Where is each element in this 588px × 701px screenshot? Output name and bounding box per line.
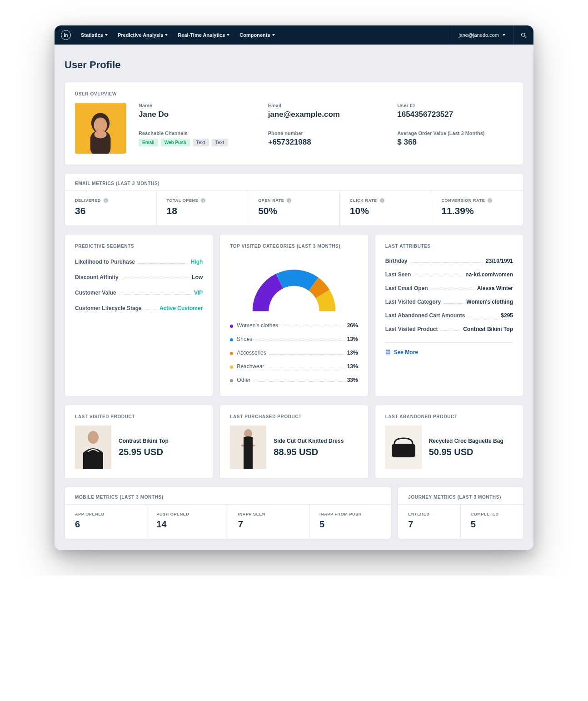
metric-cell: CLICK RATEi 10% bbox=[340, 191, 432, 225]
nav-user-email: jane@janedo.com bbox=[458, 32, 499, 38]
product-price: 88.95 USD bbox=[274, 447, 344, 457]
section-title: PREDICTIVE SEGMENTS bbox=[75, 244, 203, 249]
metric-value: 50% bbox=[258, 205, 329, 216]
product-image bbox=[230, 426, 266, 469]
last-visited-product-card: LAST VISITED PRODUCT Contrast Bikini Top… bbox=[65, 405, 213, 479]
product-name: Side Cut Out Knitted Dress bbox=[274, 438, 344, 444]
attributes-card: LAST ATTRIBUTES Birthday23/10/1991 Last … bbox=[375, 234, 523, 396]
metric-cell: OPEN RATEi 50% bbox=[248, 191, 340, 225]
app-window: In Statistics Predictive Analysis Real-T… bbox=[55, 25, 533, 550]
name-label: Name bbox=[139, 103, 254, 108]
name-value: Jane Do bbox=[139, 110, 254, 119]
categories-card: TOP VISITED CATEGORIES (LAST 3 MONTHS) bbox=[219, 234, 368, 396]
nav-realtime[interactable]: Real-Time Analytics bbox=[178, 32, 229, 38]
avatar-image bbox=[75, 103, 126, 154]
legend-row: Shoes13% bbox=[230, 332, 358, 346]
metric-value: 18 bbox=[167, 205, 238, 216]
channels-list: Email Web Push Text Text bbox=[139, 139, 254, 146]
page-title: User Profile bbox=[65, 59, 523, 71]
top-nav: In Statistics Predictive Analysis Real-T… bbox=[55, 25, 533, 45]
product-name: Contrast Bikini Top bbox=[119, 438, 169, 444]
nav-predictive[interactable]: Predictive Analysis bbox=[118, 32, 168, 38]
list-icon: ☲ bbox=[385, 349, 390, 356]
nav-components[interactable]: Components bbox=[239, 32, 274, 38]
section-title: LAST VISITED PRODUCT bbox=[75, 414, 203, 419]
section-title: JOURNEY METRICS (LAST 3 MONTHS) bbox=[408, 495, 513, 500]
email-value: jane@example.com bbox=[268, 110, 384, 119]
channels-label: Reachable Channels bbox=[139, 130, 254, 136]
section-title: EMAIL METRICS (LAST 3 MONTHS) bbox=[75, 181, 513, 186]
logo-icon: In bbox=[61, 30, 71, 40]
legend-row: Other33% bbox=[230, 373, 358, 387]
info-icon[interactable]: i bbox=[201, 198, 205, 203]
email-metrics-row: DELIVEREDi 36 TOTAL OPENSi 18 OPEN RATEi… bbox=[65, 190, 523, 225]
section-title: LAST PURCHASED PRODUCT bbox=[230, 414, 358, 419]
email-label: Email bbox=[268, 103, 384, 108]
section-title: LAST ATTRIBUTES bbox=[385, 244, 513, 249]
avatar bbox=[75, 103, 126, 154]
swatch-icon bbox=[230, 338, 233, 341]
metric-value: 10% bbox=[350, 205, 421, 216]
product-price: 25.95 USD bbox=[119, 447, 169, 457]
metric-cell: ENTERED7 bbox=[398, 505, 460, 539]
info-icon[interactable]: i bbox=[287, 198, 291, 203]
attribute-row: Birthday23/10/1991 bbox=[385, 254, 513, 268]
product-image bbox=[385, 426, 422, 469]
svg-point-8 bbox=[88, 431, 99, 444]
legend-row: Women's clothes26% bbox=[230, 319, 358, 332]
section-title: LAST ABANDONED PRODUCT bbox=[385, 414, 513, 419]
segment-row: Likelihood to PurchaseHigh bbox=[75, 254, 203, 270]
nav-statistics[interactable]: Statistics bbox=[81, 32, 108, 38]
segment-row: Discount AffinityLow bbox=[75, 270, 203, 285]
channel-chip: Text bbox=[212, 139, 228, 146]
info-icon[interactable]: i bbox=[488, 198, 492, 203]
see-more-button[interactable]: ☲ See More bbox=[385, 342, 513, 356]
swatch-icon bbox=[230, 352, 233, 355]
mobile-metrics-card: MOBILE METRICS (LAST 3 MONTHS) APP OPENE… bbox=[65, 487, 391, 539]
section-title: TOP VISITED CATEGORIES (LAST 3 MONTHS) bbox=[230, 244, 358, 249]
attribute-row: Last Visited CategoryWomen's clothing bbox=[385, 295, 513, 309]
userid-value: 1654356723527 bbox=[397, 110, 513, 119]
attribute-row: Last Seenna-kd.com/women bbox=[385, 268, 513, 281]
metric-cell: PUSH OPENED14 bbox=[146, 505, 228, 539]
metric-cell: DELIVEREDi 36 bbox=[65, 191, 157, 225]
userid-label: User ID bbox=[397, 103, 513, 108]
phone-label: Phone number bbox=[268, 130, 384, 136]
channel-chip: Web Push bbox=[161, 139, 190, 146]
channel-chip: Email bbox=[139, 139, 158, 146]
aov-value: $ 368 bbox=[397, 138, 513, 147]
svg-point-6 bbox=[95, 130, 107, 138]
metric-value: 11.39% bbox=[441, 205, 513, 216]
chevron-down-icon bbox=[503, 34, 505, 36]
user-overview-card: USER OVERVIEW Name bbox=[65, 82, 523, 165]
metric-cell: CONVERSION RATEi 11.39% bbox=[431, 191, 523, 225]
nav-user-menu[interactable]: jane@janedo.com bbox=[450, 25, 513, 45]
product-image bbox=[75, 426, 111, 469]
attribute-row: Last Email OpenAlessa Winter bbox=[385, 281, 513, 295]
info-icon[interactable]: i bbox=[380, 198, 384, 203]
product-price: 50.95 USD bbox=[429, 447, 503, 457]
donut-chart bbox=[246, 258, 342, 317]
info-icon[interactable]: i bbox=[104, 198, 108, 203]
chevron-down-icon bbox=[272, 34, 275, 36]
segment-row: Customer ValueVIP bbox=[75, 285, 203, 300]
swatch-icon bbox=[230, 325, 233, 328]
section-title: USER OVERVIEW bbox=[75, 91, 513, 96]
attribute-row: Last Visited ProductContrast Bikini Top bbox=[385, 322, 513, 336]
chevron-down-icon bbox=[105, 34, 108, 36]
chevron-down-icon bbox=[227, 34, 229, 36]
attribute-row: Last Abandoned Cart Amounts$295 bbox=[385, 309, 513, 322]
metric-cell: INAPP SEEN7 bbox=[228, 505, 309, 539]
legend-row: Beachwear13% bbox=[230, 360, 358, 373]
segment-row: Customer Lifecycle StageActive Customer bbox=[75, 300, 203, 316]
journey-metrics-card: JOURNEY METRICS (LAST 3 MONTHS) ENTERED7… bbox=[398, 487, 523, 539]
search-button[interactable] bbox=[513, 25, 533, 45]
swatch-icon bbox=[230, 366, 233, 369]
svg-rect-12 bbox=[392, 444, 415, 457]
last-purchased-product-card: LAST PURCHASED PRODUCT Side Cut Out Knit… bbox=[219, 405, 368, 479]
metric-cell: COMPLETED5 bbox=[461, 505, 523, 539]
search-icon bbox=[520, 32, 527, 39]
channel-chip: Text bbox=[193, 139, 209, 146]
aov-label: Average Order Value (Last 3 Months) bbox=[397, 130, 513, 136]
predictive-segments-card: PREDICTIVE SEGMENTS Likelihood to Purcha… bbox=[65, 234, 213, 396]
